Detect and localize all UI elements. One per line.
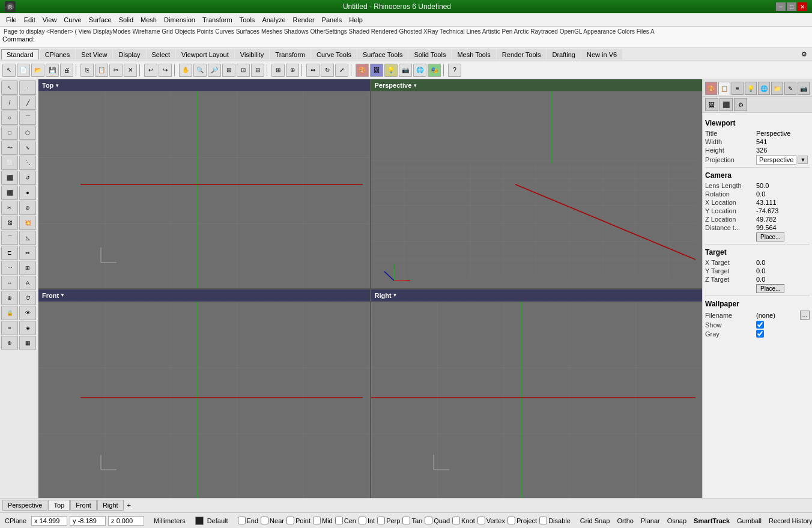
menu-view[interactable]: View <box>39 15 61 25</box>
snap-knot-checkbox[interactable] <box>452 517 460 524</box>
menu-mesh[interactable]: Mesh <box>137 15 160 25</box>
copy-btn[interactable]: ⎘ <box>80 64 94 77</box>
point-btn[interactable]: · <box>19 80 36 95</box>
circle-btn[interactable]: ○ <box>1 111 18 125</box>
extrude-btn[interactable]: ⬛ <box>1 171 18 185</box>
tab-transform[interactable]: Transform <box>270 49 311 59</box>
rp-tab-material[interactable]: 🎨 <box>705 82 717 95</box>
snap-project-checkbox[interactable] <box>507 517 515 524</box>
snap-project[interactable]: Project <box>507 517 537 524</box>
menu-edit[interactable]: Edit <box>20 15 39 25</box>
redo-btn[interactable]: ↪ <box>159 64 172 77</box>
btm-tab-add-btn[interactable]: + <box>124 500 134 510</box>
join-btn[interactable]: ⛓ <box>1 216 18 230</box>
snap-point-checkbox[interactable] <box>286 517 294 524</box>
layer-btn[interactable]: ≡ <box>1 321 18 335</box>
light-btn[interactable]: 💡 <box>384 64 398 77</box>
menu-tools[interactable]: Tools <box>236 15 259 25</box>
cut-btn[interactable]: ✂ <box>109 64 123 77</box>
freeform-btn[interactable]: 〜 <box>1 141 18 155</box>
zoom-all-btn[interactable]: ⊞ <box>222 64 235 77</box>
command-input[interactable] <box>37 35 810 43</box>
tab-drafting[interactable]: Drafting <box>547 49 581 59</box>
rp-tab-environment[interactable]: 🌐 <box>758 82 770 95</box>
rp-tab-viewport-display[interactable]: ⬛ <box>720 98 733 111</box>
snap-tan[interactable]: Tan <box>402 517 422 524</box>
tab-set-view[interactable]: Set View <box>76 49 112 59</box>
osnap-btn[interactable]: Osnap <box>665 517 689 525</box>
mirror-btn[interactable]: ⇔ <box>19 246 36 260</box>
snap-near[interactable]: Near <box>261 517 284 524</box>
target-place-btn[interactable]: Place... <box>756 284 784 293</box>
split-btn[interactable]: ⊘ <box>19 201 36 215</box>
snap-near-checkbox[interactable] <box>261 517 268 524</box>
btm-tab-top[interactable]: Top <box>48 500 70 511</box>
scale-btn[interactable]: ⤢ <box>335 64 348 77</box>
settings-gear-icon[interactable]: ⚙ <box>798 49 811 59</box>
smarttrack-btn[interactable]: SmartTrack <box>691 517 732 525</box>
projection-dropdown-arrow[interactable]: ▼ <box>798 156 808 164</box>
menu-curve[interactable]: Curve <box>60 15 85 25</box>
record-history-btn[interactable]: Record History <box>766 517 812 525</box>
rotate-btn[interactable]: ↻ <box>321 64 334 77</box>
zebra-btn[interactable]: ▦ <box>19 336 36 350</box>
spline-btn[interactable]: ∿ <box>19 141 36 155</box>
snap-vertex[interactable]: Vertex <box>477 517 505 524</box>
tab-mesh-tools[interactable]: Mesh Tools <box>452 49 495 59</box>
chamfer-btn[interactable]: ◺ <box>19 231 36 245</box>
pan-btn[interactable]: ✋ <box>179 64 192 77</box>
viewport-perspective-canvas[interactable] <box>371 91 703 288</box>
viewport-front-menu[interactable]: ▼ <box>60 293 65 298</box>
menu-panels[interactable]: Panels <box>318 15 346 25</box>
rp-tab-layers[interactable]: ≡ <box>732 82 744 95</box>
text-btn[interactable]: A <box>19 276 36 290</box>
materials-btn[interactable]: 🎨 <box>356 64 369 77</box>
viewport-front[interactable]: Front ▼ <box>38 290 370 499</box>
grid-btn[interactable]: ⊞ <box>271 64 285 77</box>
snap-mid-checkbox[interactable] <box>313 517 321 524</box>
btm-tab-front[interactable]: Front <box>70 500 97 511</box>
close-button[interactable]: ✕ <box>798 2 807 11</box>
texture-btn[interactable]: 🎭 <box>428 64 441 77</box>
snap-tan-checkbox[interactable] <box>402 517 410 524</box>
minimize-button[interactable]: ─ <box>776 2 786 11</box>
menu-dimension[interactable]: Dimension <box>160 15 199 25</box>
rectangle-btn[interactable]: □ <box>1 126 18 140</box>
snap-int-checkbox[interactable] <box>359 517 366 524</box>
box-btn[interactable]: ⬛ <box>1 186 18 200</box>
tab-select[interactable]: Select <box>147 49 176 59</box>
maximize-button[interactable]: □ <box>787 2 796 11</box>
viewport-top[interactable]: Top ▼ <box>38 79 370 288</box>
snap-cen[interactable]: Cen <box>335 517 356 524</box>
revolve-btn[interactable]: ↺ <box>19 171 36 185</box>
viewport-perspective[interactable]: Perspective ▼ <box>371 79 703 288</box>
menu-analyze[interactable]: Analyze <box>258 15 289 25</box>
tab-viewport-layout[interactable]: Viewport Layout <box>176 49 234 59</box>
viewport-right[interactable]: Right ▼ <box>371 290 703 499</box>
menu-file[interactable]: File <box>2 15 20 25</box>
tab-new-in-v6[interactable]: New in V6 <box>581 49 622 59</box>
rp-tab-edit[interactable]: ✎ <box>784 82 796 95</box>
menu-render[interactable]: Render <box>289 15 318 25</box>
snap-vertex-checkbox[interactable] <box>477 517 485 524</box>
sphere-btn[interactable]: ● <box>19 186 36 200</box>
delete-btn[interactable]: ✕ <box>124 64 137 77</box>
hide-btn[interactable]: 👁 <box>19 306 36 320</box>
snap-quad-checkbox[interactable] <box>425 517 432 524</box>
snap-int[interactable]: Int <box>359 517 375 524</box>
btm-tab-right[interactable]: Right <box>97 500 124 511</box>
viewport-right-canvas[interactable] <box>371 302 703 499</box>
viewport-perspective-menu[interactable]: ▼ <box>413 83 417 88</box>
gumball-btn[interactable]: Gumball <box>735 517 764 525</box>
snap-end-checkbox[interactable] <box>238 517 246 524</box>
select-tool-btn[interactable]: ↖ <box>2 64 16 77</box>
surface-btn[interactable]: ⬜ <box>1 156 18 170</box>
snap-perp-checkbox[interactable] <box>377 517 385 524</box>
polygon-btn[interactable]: ⬡ <box>19 126 36 140</box>
group-btn[interactable]: ⊞ <box>19 261 36 275</box>
snap-mid[interactable]: Mid <box>313 517 333 524</box>
mesh-btn[interactable]: ⋱ <box>19 156 36 170</box>
offset-btn[interactable]: ⊏ <box>1 246 18 260</box>
menu-transform[interactable]: Transform <box>199 15 236 25</box>
tab-surface-tools[interactable]: Surface Tools <box>357 49 408 59</box>
